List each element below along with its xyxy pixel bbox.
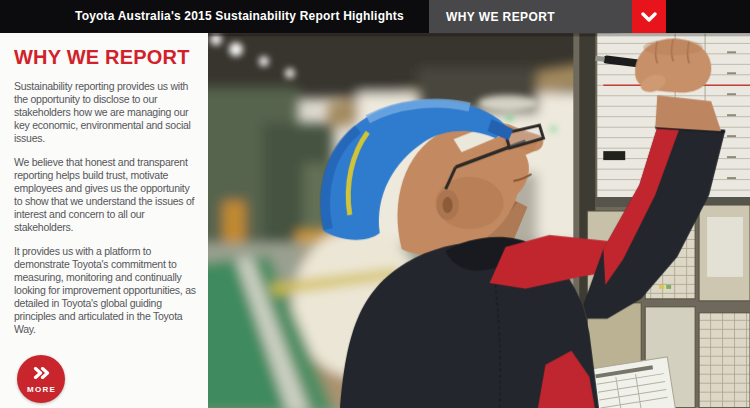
more-button[interactable]: MORE xyxy=(17,355,65,403)
hero-photo xyxy=(208,33,750,408)
section-heading: WHY WE REPORT xyxy=(14,46,196,69)
factory-worker-photo xyxy=(208,33,750,408)
section-dropdown-label[interactable]: WHY WE REPORT xyxy=(429,0,632,33)
double-chevron-right-icon xyxy=(33,365,50,383)
content-panel: WHY WE REPORT Sustainability reporting p… xyxy=(0,33,208,408)
page-title: Toyota Australia's 2015 Sustainability R… xyxy=(75,0,404,33)
body-paragraph: It provides us with a platform to demons… xyxy=(14,245,197,336)
more-button-label: MORE xyxy=(27,385,56,394)
section-dropdown[interactable]: WHY WE REPORT xyxy=(429,0,666,33)
top-bar: Toyota Australia's 2015 Sustainability R… xyxy=(0,0,750,33)
body-paragraph: We believe that honest and transparent r… xyxy=(14,156,197,234)
header-shadow xyxy=(208,33,750,36)
chevron-down-icon xyxy=(641,8,657,26)
dropdown-arrow-button[interactable] xyxy=(632,0,666,33)
body-paragraph: Sustainability reporting provides us wit… xyxy=(14,80,197,145)
